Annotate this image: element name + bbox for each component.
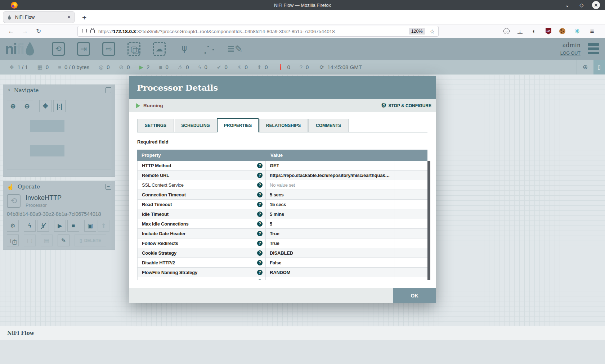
stop-button[interactable]: ■ xyxy=(67,220,79,232)
logout-link[interactable]: LOG OUT xyxy=(560,51,581,56)
table-scrollbar[interactable] xyxy=(427,161,430,280)
property-value: RANDOM xyxy=(270,270,290,275)
tracking-shield-icon[interactable] xyxy=(82,29,87,34)
property-cell: Proxy Configuration Service? xyxy=(138,277,266,280)
property-cell: Read Timeout? xyxy=(138,200,266,209)
maximize-icon[interactable]: ◇ xyxy=(578,1,586,9)
stop-configure-button[interactable]: ⚙ STOP & CONFIGURE xyxy=(381,102,431,109)
zoom-fit-button[interactable]: ✥ xyxy=(39,100,51,112)
help-icon[interactable]: ? xyxy=(257,202,263,207)
scrollbar-thumb[interactable] xyxy=(427,161,430,280)
processor-component-icon[interactable]: ⟲ xyxy=(50,41,66,57)
tab-settings[interactable]: SETTINGS xyxy=(137,119,174,132)
value-cell[interactable]: True xyxy=(266,238,394,248)
value-cell[interactable]: DISABLED xyxy=(266,248,394,258)
required-field-note: Required field xyxy=(137,139,427,145)
help-icon[interactable]: ? xyxy=(257,231,263,236)
menu-icon[interactable]: ≡ xyxy=(588,28,596,35)
breadcrumb[interactable]: NiFi Flow xyxy=(7,330,34,336)
value-cell[interactable]: https://repo.stackable.tech/repository/m… xyxy=(266,170,394,180)
start-button[interactable]: ▶ xyxy=(54,220,66,232)
cookie-icon[interactable] xyxy=(559,28,565,34)
value-cell[interactable]: RANDOM xyxy=(266,268,394,277)
create-template-button[interactable]: ▣ xyxy=(84,220,96,232)
help-icon[interactable]: ? xyxy=(257,173,263,178)
help-icon[interactable]: ? xyxy=(257,260,263,265)
pocket-icon[interactable]: ⌄ xyxy=(503,28,510,34)
property-cell: Idle Timeout? xyxy=(138,209,266,219)
lock-icon[interactable] xyxy=(90,29,95,33)
browser-tab[interactable]: NiFi Flow ✕ xyxy=(3,11,75,23)
group-button[interactable]: ✎ xyxy=(58,235,70,246)
extension-icon[interactable]: ✳ xyxy=(573,28,581,35)
url-bar[interactable]: https://172.18.0.3:32558/nifi/?processGr… xyxy=(77,26,439,37)
refresh-icon[interactable]: ⟳ xyxy=(319,64,324,70)
filler-cell xyxy=(394,229,427,238)
help-icon[interactable]: ? xyxy=(257,211,263,217)
property-name: Idle Timeout xyxy=(142,211,169,217)
copy-button[interactable]: ▢ xyxy=(7,235,19,246)
minimap[interactable] xyxy=(7,116,111,166)
value-cell[interactable]: No value set xyxy=(266,277,394,280)
input-port-component-icon[interactable]: ⇥ xyxy=(76,41,91,57)
close-icon[interactable]: ✕ xyxy=(592,1,600,9)
remote-transmitting-icon: ◎ xyxy=(99,64,103,70)
ublock-icon[interactable]: uO xyxy=(546,28,551,35)
search-icon[interactable]: ⊕ xyxy=(577,63,593,71)
ok-button[interactable]: OK xyxy=(393,288,436,303)
forward-button: → xyxy=(22,28,28,35)
help-icon[interactable]: ? xyxy=(257,192,263,197)
download-icon[interactable]: ↓ xyxy=(517,28,523,34)
zoom-actual-button[interactable]: |:| xyxy=(53,100,66,112)
help-icon[interactable]: ? xyxy=(257,221,263,227)
bookmark-star-icon[interactable]: ☆ xyxy=(430,28,435,35)
value-cell[interactable]: 15 secs xyxy=(266,200,394,209)
value-cell[interactable]: 5 secs xyxy=(266,190,394,199)
help-icon[interactable]: ? xyxy=(257,279,263,280)
help-icon[interactable]: ? xyxy=(257,250,263,256)
filler-cell xyxy=(394,277,427,280)
value-cell[interactable]: No value set xyxy=(266,180,394,190)
status-item: ?0 xyxy=(300,64,309,70)
navigate-collapse-button[interactable]: – xyxy=(106,87,111,93)
zoom-out-button[interactable]: ⊖ xyxy=(21,100,33,112)
sidebar-toggle-button[interactable]: ▯ xyxy=(593,60,605,74)
tab-scheduling[interactable]: SCHEDULING xyxy=(175,119,216,132)
window-titlebar: NiFi Flow — Mozilla Firefox ⌄◇✕ xyxy=(0,0,605,10)
delete-button: ▯DELETE xyxy=(75,235,106,246)
process-group-component-icon[interactable]: ▢ xyxy=(126,41,142,57)
global-menu-icon[interactable] xyxy=(588,43,599,54)
help-icon[interactable]: ? xyxy=(257,270,263,275)
template-component-icon[interactable]: ▪ xyxy=(202,41,218,57)
operate-collapse-button[interactable]: – xyxy=(106,184,111,190)
disable-button[interactable]: ϟ xyxy=(37,220,49,232)
value-cell[interactable]: 5 xyxy=(266,219,394,228)
output-port-component-icon[interactable]: ⇨ xyxy=(101,41,117,57)
zoom-in-button[interactable]: ⊕ xyxy=(7,100,19,112)
help-icon[interactable]: ? xyxy=(257,241,263,246)
reload-button[interactable]: ↻ xyxy=(36,27,41,35)
funnel-component-icon[interactable]: ⋔ xyxy=(176,41,192,57)
new-tab-button[interactable]: + xyxy=(82,13,86,22)
label-component-icon[interactable]: ≣✎ xyxy=(227,41,243,57)
tab-close-icon[interactable]: ✕ xyxy=(67,14,71,20)
value-cell[interactable]: 5 mins xyxy=(266,209,394,219)
value-cell[interactable]: False xyxy=(266,258,394,267)
help-icon[interactable]: ? xyxy=(257,163,263,168)
tab-properties[interactable]: PROPERTIES xyxy=(217,118,259,132)
value-cell[interactable]: GET xyxy=(266,161,394,170)
value-cell[interactable]: True xyxy=(266,229,394,238)
tab-comments[interactable]: COMMENTS xyxy=(308,119,349,132)
minimize-icon[interactable]: ⌄ xyxy=(563,1,571,9)
tab-relationships[interactable]: RELATIONSHIPS xyxy=(259,119,308,132)
remote-process-group-component-icon[interactable]: ☁ xyxy=(151,41,167,57)
table-header: Property Value xyxy=(137,150,427,161)
enable-button[interactable]: ϟ xyxy=(24,220,36,232)
configure-button[interactable]: ⚙ xyxy=(7,220,19,232)
table-row: Disable HTTP/2?False xyxy=(138,258,427,268)
property-value: https://repo.stackable.tech/repository/m… xyxy=(270,173,390,178)
profile-icon[interactable]: ◐ xyxy=(530,28,538,35)
back-button[interactable]: ← xyxy=(8,28,14,35)
help-icon[interactable]: ? xyxy=(257,182,263,188)
zoom-level-badge[interactable]: 120% xyxy=(409,28,425,35)
